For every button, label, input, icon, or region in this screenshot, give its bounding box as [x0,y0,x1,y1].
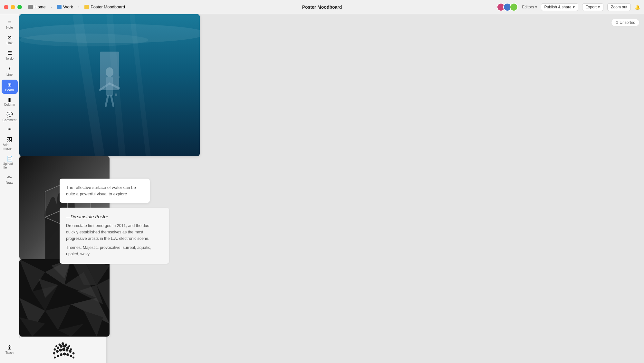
svg-point-64 [72,352,75,355]
unsorted-badge[interactable]: ⊘ Unsorted [611,19,639,26]
svg-point-54 [60,345,63,348]
column-icon: ||| [8,97,11,102]
link-icon: ⊙ [7,34,12,41]
breadcrumb-home[interactable]: Home [26,4,48,10]
home-icon [28,5,33,9]
svg-point-59 [56,350,59,353]
zoom-out-button[interactable]: Zoom out [607,3,631,11]
polygon-art-card[interactable] [19,259,110,337]
halftone-card[interactable]: Try this rippled effect with the logo [19,337,106,363]
titlebar-actions: Editors ▾ Publish & share ▾ Export ▾ Zoo… [497,3,640,11]
add-image-icon: 🖼 [7,137,12,142]
sidebar-item-upload-file[interactable]: 📄 Upload file [2,153,18,171]
sidebar-item-trash[interactable]: 🗑 Trash [2,343,18,357]
page-title: Poster Moodboard [302,5,342,10]
diver-image [19,14,200,156]
line-icon: / [9,65,10,72]
app-body: ≡ Note ⊙ Link ☰ To-do / Line ⊞ Board |||… [0,14,644,363]
traffic-lights [4,5,22,9]
svg-point-52 [54,348,56,351]
sidebar-bottom: 🗑 Trash [2,343,18,360]
maximize-button[interactable] [17,5,22,9]
comment-icon: 💬 [6,112,13,118]
svg-point-62 [66,349,69,352]
svg-point-49 [62,342,64,345]
breadcrumb: Home › Work › Poster Moodboard [26,4,128,10]
svg-rect-4 [106,77,113,96]
sidebar-item-column[interactable]: ||| Column [2,95,18,108]
canvas-area: ⊘ Unsorted [19,14,644,363]
sidebar-item-more[interactable]: ••• [2,125,18,133]
breadcrumb-work[interactable]: Work [54,4,75,10]
upload-file-icon: 📄 [6,155,13,162]
publish-share-button[interactable]: Publish & share ▾ [541,3,578,11]
svg-point-63 [69,350,72,353]
brand-themes: Themes: Majestic, provocative, surreal, … [66,244,163,257]
svg-line-5 [100,83,110,90]
svg-point-12 [115,93,117,96]
titlebar: Home › Work › Poster Moodboard Poster Mo… [0,0,644,14]
svg-point-66 [57,355,59,357]
breadcrumb-sep-1: › [51,5,52,9]
board-icon: ⊞ [7,82,12,88]
sidebar-item-todo[interactable]: ☰ To-do [2,48,18,62]
svg-point-51 [68,345,70,347]
sidebar-item-link[interactable]: ⊙ Link [2,33,18,47]
svg-point-69 [66,353,69,356]
svg-point-13 [112,84,114,86]
editors-button[interactable]: Editors ▾ [522,5,537,9]
todo-icon: ☰ [7,50,12,56]
diver-caption-card: The reflective surface of water can be q… [60,179,150,203]
chevron-down-icon: ▾ [573,5,575,9]
svg-point-71 [72,357,74,358]
note-icon: ≡ [8,19,11,25]
sidebar-item-comment[interactable]: 💬 Comment [2,110,18,124]
sidebar-item-note[interactable]: ≡ Note [2,17,18,31]
sidebar-item-line[interactable]: / Line [2,64,18,78]
svg-line-6 [110,83,119,88]
sidebar: ≡ Note ⊙ Link ☰ To-do / Line ⊞ Board |||… [0,14,19,363]
notification-icon[interactable]: 🔔 [635,5,640,10]
svg-point-58 [53,352,55,355]
trash-icon: 🗑 [7,345,12,350]
more-icon: ••• [7,127,12,132]
export-button[interactable]: Export ▾ [582,3,604,11]
svg-point-67 [60,353,62,356]
breadcrumb-work-label: Work [63,5,73,9]
svg-point-47 [55,345,57,347]
brand-text-card: —Dreamstate Poster Dreamstate first emer… [60,208,169,264]
poster-icon [84,5,89,9]
board-canvas: The reflective surface of water can be q… [19,14,644,363]
svg-point-3 [106,67,113,77]
breadcrumb-poster[interactable]: Poster Moodboard [82,4,128,10]
minimize-button[interactable] [11,5,15,9]
svg-point-65 [54,357,56,358]
avatar [510,3,518,11]
draw-icon: ✏ [7,174,12,181]
diver-image-card[interactable] [19,14,200,156]
sidebar-item-add-image[interactable]: 🖼 Add image [2,135,18,152]
avatar-group [497,3,518,11]
brand-name: —Dreamstate Poster [66,214,163,219]
svg-point-70 [70,355,72,357]
chevron-down-icon: ▾ [598,5,600,9]
sidebar-item-draw[interactable]: ✏ Draw [2,172,18,187]
brand-description: Dreamstate first emerged in 2011, and th… [66,222,163,242]
close-button[interactable] [4,5,8,9]
sidebar-item-board[interactable]: ⊞ Board [2,80,18,94]
halftone-image [19,337,106,363]
breadcrumb-home-label: Home [34,5,46,9]
chevron-down-icon: ▾ [535,5,537,9]
svg-point-68 [63,353,66,356]
svg-point-14 [119,76,120,78]
breadcrumb-sep-2: › [78,5,79,9]
breadcrumb-poster-label: Poster Moodboard [91,5,125,9]
svg-point-60 [59,349,62,352]
svg-point-61 [62,348,65,351]
work-icon [57,5,62,9]
diver-caption-text: The reflective surface of water can be q… [66,184,143,197]
svg-point-53 [57,347,59,349]
svg-point-55 [63,345,66,348]
